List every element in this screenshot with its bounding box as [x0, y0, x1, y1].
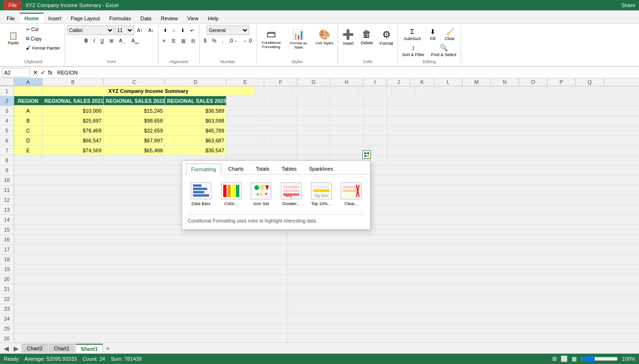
sheet-nav-left[interactable]: ◀ — [2, 345, 11, 347]
sheet-nav-right[interactable]: ▶ — [12, 345, 21, 347]
confirm-formula-button[interactable]: ✓ — [40, 69, 46, 76]
popup-tab-charts[interactable]: Charts — [223, 164, 249, 174]
find-select-button[interactable]: 🔍 Find & Select — [429, 42, 459, 58]
tab-home[interactable]: Home — [20, 13, 44, 23]
tab-view[interactable]: View — [183, 14, 203, 23]
file-tab-button[interactable]: File — [4, 0, 22, 10]
cell-h5[interactable] — [330, 126, 363, 135]
cell-a8[interactable] — [14, 156, 42, 165]
col-header-k[interactable]: K — [411, 78, 434, 86]
cell-a4[interactable]: B — [14, 116, 42, 125]
align-middle-button[interactable]: ↕ — [170, 25, 177, 35]
cell-b4[interactable]: $25,697 — [42, 116, 104, 125]
tab-page-layout[interactable]: Page Layout — [66, 14, 105, 23]
cell-c4[interactable]: $98,658 — [104, 116, 165, 125]
cell-styles-button[interactable]: 🎨 Cell Styles — [313, 27, 336, 54]
cell-g5[interactable] — [297, 126, 330, 135]
cell-a2[interactable]: REGION — [14, 96, 42, 105]
cell-b6[interactable]: $66,547 — [42, 136, 104, 145]
number-format-select[interactable]: General — [207, 25, 249, 35]
merge-center-button[interactable]: ⊟ — [189, 36, 197, 45]
insert-function-button[interactable]: fx — [47, 69, 53, 76]
tab-review[interactable]: Review — [156, 14, 183, 23]
font-family-select[interactable]: Calibri — [67, 25, 114, 35]
col-header-d[interactable]: D — [165, 78, 227, 86]
cell-i3[interactable] — [363, 106, 387, 115]
cell-e3[interactable] — [227, 106, 264, 115]
popup-icon-greater[interactable]: >avg Greater... — [278, 180, 304, 208]
border-button[interactable]: ⊞ — [107, 36, 116, 45]
cell-c6[interactable]: $67,897 — [104, 136, 165, 145]
cell-h4[interactable] — [330, 116, 363, 125]
popup-tab-totals[interactable]: Totals — [251, 164, 275, 174]
cut-button[interactable]: ✂ Cut — [24, 25, 63, 33]
popup-icon-databars[interactable]: Data Bars — [188, 180, 214, 208]
cell-d5[interactable]: $45,789 — [165, 126, 227, 135]
cell-g6[interactable] — [297, 136, 330, 145]
comma-button[interactable]: , — [219, 36, 226, 45]
empty-row-23[interactable] — [14, 304, 288, 313]
popup-tab-tables[interactable]: Tables — [277, 164, 302, 174]
cell-b3[interactable]: $10,000 — [42, 106, 104, 115]
cell-d3[interactable]: $36,589 — [165, 106, 227, 115]
cell-f3[interactable] — [264, 106, 297, 115]
cell-e6[interactable] — [227, 136, 264, 145]
col-header-j[interactable]: J — [387, 78, 411, 86]
decrease-decimal-button[interactable]: ←.0 — [241, 36, 254, 45]
col-header-a[interactable]: A — [14, 78, 42, 86]
cell-d7[interactable]: $36,547 — [165, 146, 227, 155]
cell-g7[interactable] — [297, 146, 330, 155]
currency-button[interactable]: $ — [202, 36, 209, 45]
tab-insert[interactable]: Insert — [43, 14, 66, 23]
cell-d6[interactable]: $63,687 — [165, 136, 227, 145]
empty-row-19[interactable] — [14, 265, 288, 273]
cell-g4[interactable] — [297, 116, 330, 125]
tab-help[interactable]: Help — [203, 14, 223, 23]
popup-icon-iconset[interactable]: ▲ ▶ ▼ Icon Set — [248, 180, 274, 208]
clear-button[interactable]: 🧹 Clear — [442, 26, 457, 42]
empty-row-18[interactable] — [14, 255, 288, 264]
cell-f5[interactable] — [264, 126, 297, 135]
insert-button[interactable]: ➕ Insert — [340, 27, 356, 54]
col-header-c[interactable]: C — [104, 78, 165, 86]
sheet-tab-chart2[interactable]: Chart2 — [22, 344, 48, 347]
popup-tab-sparklines[interactable]: Sparklines — [304, 164, 338, 174]
cell-b1[interactable]: XYZ Company Income Summary — [42, 86, 255, 95]
cell-f6[interactable] — [264, 136, 297, 145]
tab-data[interactable]: Data — [135, 14, 156, 23]
cell-f7[interactable] — [264, 146, 297, 155]
quick-analysis-trigger[interactable] — [362, 150, 371, 159]
paste-button[interactable]: 📋 Paste — [4, 25, 23, 52]
sheet-tab-sheet1[interactable]: Sheet1 — [76, 344, 103, 347]
align-center-button[interactable]: ☰ — [169, 36, 178, 45]
popup-tab-formatting[interactable]: Formatting — [186, 164, 221, 174]
align-right-button[interactable]: ▥ — [179, 36, 188, 45]
cell-b8[interactable] — [42, 156, 104, 165]
col-header-b[interactable]: B — [42, 78, 104, 86]
cell-h6[interactable] — [330, 136, 363, 145]
cell-c3[interactable]: $15,245 — [104, 106, 165, 115]
col-header-p[interactable]: P — [547, 78, 576, 86]
cell-i2[interactable] — [363, 96, 387, 105]
decrease-font-button[interactable]: A↓ — [146, 25, 156, 35]
cell-g3[interactable] — [297, 106, 330, 115]
cell-g1[interactable] — [326, 86, 359, 95]
col-header-i[interactable]: I — [363, 78, 387, 86]
cell-f4[interactable] — [264, 116, 297, 125]
popup-icon-clear[interactable]: Clear... — [338, 180, 364, 208]
font-color-button[interactable]: A▁ — [129, 36, 141, 45]
underline-button[interactable]: U — [98, 36, 106, 45]
cancel-formula-button[interactable]: ✕ — [32, 69, 39, 76]
col-header-f[interactable]: F — [264, 78, 297, 86]
formula-input[interactable] — [55, 70, 637, 75]
cell-e7[interactable] — [227, 146, 264, 155]
cell-a1[interactable] — [14, 86, 42, 95]
increase-decimal-button[interactable]: .0→ — [227, 36, 240, 45]
empty-row-22[interactable] — [14, 294, 288, 303]
sheet-tab-chart1[interactable]: Chart1 — [49, 344, 75, 347]
align-left-button[interactable]: ≡ — [160, 36, 168, 45]
cell-i6[interactable] — [363, 136, 387, 145]
cell-g2[interactable] — [297, 96, 330, 105]
empty-row-20[interactable] — [14, 274, 288, 283]
bold-button[interactable]: B — [82, 36, 90, 45]
